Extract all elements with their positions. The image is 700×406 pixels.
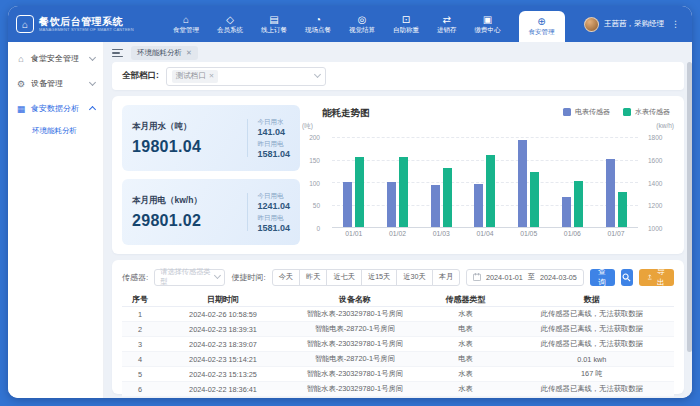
cell-datetime: 2024-02-23 18:39:31 bbox=[158, 325, 288, 334]
cell-datetime: 2024-02-23 18:39:07 bbox=[158, 340, 288, 349]
energy-trend-chart: 能耗走势图 电表传感器 水表传感器 (吨) (kw/h) bbox=[300, 105, 674, 245]
tab-label: 环境能耗分析 bbox=[137, 48, 182, 58]
nav-item-onsite-order[interactable]: ◔ 现场点餐 bbox=[305, 6, 331, 42]
water-bar bbox=[399, 157, 408, 227]
cell-seq: 1 bbox=[122, 310, 158, 319]
y-tick: 150 bbox=[309, 156, 320, 163]
water-bar bbox=[530, 172, 539, 227]
bars: 01/01 01/02 01/03 bbox=[332, 137, 638, 227]
quick-yesterday-button[interactable]: 昨天 bbox=[299, 269, 327, 286]
collapse-menu-icon[interactable] bbox=[112, 49, 123, 58]
nav-item-inventory[interactable]: ⇄ 进销存 bbox=[437, 6, 457, 42]
bar-group: 01/07 bbox=[606, 137, 627, 227]
date-range-picker[interactable]: 2024-01-01 至 2024-03-05 bbox=[466, 269, 584, 286]
y-tick: 100 bbox=[309, 179, 320, 186]
col-device-name: 设备名称 bbox=[288, 294, 422, 305]
date-end[interactable]: 2024-03-05 bbox=[540, 273, 577, 282]
user-menu[interactable]: 王茜茜，采购经理 ⋮ bbox=[584, 17, 682, 32]
electric-stat-value: 29801.02 bbox=[132, 212, 245, 230]
cell-datetime: 2024-02-23 15:14:21 bbox=[158, 355, 288, 364]
bar-group: 01/06 bbox=[562, 137, 583, 227]
electric-bar bbox=[606, 159, 615, 227]
plot-area: 01/01 01/02 01/03 bbox=[332, 137, 638, 228]
sensor-data-card: 传感器: 请选择传感器类型 便捷时间: 今天 昨天 近七天 近15天 近30天 … bbox=[112, 260, 684, 394]
col-sensor-type: 传感器类型 bbox=[422, 294, 510, 305]
yesterday-label: 昨日用电 bbox=[257, 214, 290, 223]
self-weigh-icon: ⊡ bbox=[402, 14, 410, 25]
search-icon-button[interactable] bbox=[621, 269, 634, 286]
right-axis-ticks: 1800 1600 1400 1200 1000 bbox=[642, 137, 674, 228]
cell-data: 此传感器已离线，无法获取数据 bbox=[510, 339, 674, 349]
y-tick: 50 bbox=[313, 202, 320, 209]
cell-sensor-type: 水表 bbox=[422, 369, 510, 379]
sidebar-item-env-energy-analysis[interactable]: 环境能耗分析 bbox=[8, 121, 103, 141]
sensor-type-select[interactable]: 请选择传感器类型 bbox=[154, 269, 225, 286]
nav-item-food-safety-active[interactable]: ⊕ 食安管理 bbox=[519, 11, 565, 42]
quick-7days-button[interactable]: 近七天 bbox=[326, 269, 362, 286]
chevron-down-icon bbox=[314, 71, 321, 78]
export-button[interactable]: 导出 bbox=[639, 269, 674, 286]
col-data: 数据 bbox=[510, 294, 674, 305]
nav-label: 现场点餐 bbox=[305, 26, 331, 35]
cell-device-name: 智能电表-28720-1号房间 bbox=[288, 354, 422, 364]
nav-item-self-weigh[interactable]: ⊡ 自助称重 bbox=[393, 6, 419, 42]
nav-items: ⌂ 食堂管理 ◇ 会员系统 ▤ 线上订餐 ◔ 现场点餐 ◎ 视觉结算 ⊡ 自助称… bbox=[164, 6, 578, 42]
x-tick: 01/06 bbox=[564, 230, 581, 237]
x-tick: 01/07 bbox=[608, 230, 625, 237]
nav-label: 会员系统 bbox=[217, 26, 243, 35]
water-bar bbox=[486, 155, 495, 227]
electric-bar bbox=[518, 140, 527, 227]
table-header: 序号 日期时间 设备名称 传感器类型 数据 bbox=[122, 292, 674, 307]
quick-15days-button[interactable]: 近15天 bbox=[361, 269, 397, 286]
chevron-down-icon bbox=[89, 79, 96, 86]
search-button[interactable]: 查询 bbox=[590, 269, 615, 286]
sidebar-item-canteen-safety-mgmt[interactable]: ⌂ 食堂安全管理 bbox=[8, 46, 103, 71]
cell-sensor-type: 水表 bbox=[422, 384, 510, 394]
nav-item-member-system[interactable]: ◇ 会员系统 bbox=[217, 6, 243, 42]
sidebar-item-food-safety-analysis[interactable]: ▦ 食安数据分析 bbox=[8, 96, 103, 121]
legend-electric-sensor[interactable]: 电表传感器 bbox=[563, 107, 610, 117]
tag-close-icon[interactable]: ✕ bbox=[209, 72, 214, 80]
tab-env-energy-analysis[interactable]: 环境能耗分析 ✕ bbox=[131, 46, 198, 60]
vertical-scrollbar bbox=[687, 62, 692, 392]
electric-stat-card: 本月用电（kw/h） 29801.02 今日用电 1241.04 昨日用电 bbox=[122, 179, 300, 245]
today-water-value: 141.04 bbox=[257, 127, 290, 137]
cell-device-name: 智能电表-28720-1号房间 bbox=[288, 324, 422, 334]
cell-seq: 3 bbox=[122, 340, 158, 349]
nav-item-payment-center[interactable]: ▣ 缴费中心 bbox=[475, 6, 501, 42]
x-tick: 01/02 bbox=[389, 230, 406, 237]
sidebar-item-device-mgmt[interactable]: ⚙ 设备管理 bbox=[8, 71, 103, 96]
cell-sensor-type: 电表 bbox=[422, 324, 510, 334]
cell-device-name: 智能水表-230329780-1号房间 bbox=[288, 369, 422, 379]
vision-checkout-icon: ◎ bbox=[358, 14, 367, 25]
electric-series-swatch bbox=[563, 108, 571, 116]
nav-item-canteen-mgmt[interactable]: ⌂ 食堂管理 bbox=[173, 6, 199, 42]
nav-label: 视觉结算 bbox=[349, 26, 375, 35]
nav-label: 食安管理 bbox=[529, 28, 555, 37]
top-nav: ⌂ 餐饮后台管理系统 MANAGEMENT SYSTEM OF SMART CA… bbox=[8, 6, 692, 42]
table-row: 5 2024-02-23 15:13:25 智能水表-230329780-1号房… bbox=[122, 367, 674, 382]
stall-select[interactable]: 测试档口 ✕ bbox=[166, 67, 326, 86]
user-avatar bbox=[584, 17, 599, 32]
nav-item-vision-checkout[interactable]: ◎ 视觉结算 bbox=[349, 6, 375, 42]
nav-label: 线上订餐 bbox=[261, 26, 287, 35]
stall-filter-bar: 全部档口: 测试档口 ✕ bbox=[112, 62, 684, 90]
legend-water-sensor[interactable]: 水表传感器 bbox=[623, 107, 670, 117]
quick-today-button[interactable]: 今天 bbox=[272, 269, 300, 286]
quick-month-button[interactable]: 本月 bbox=[432, 269, 460, 286]
quick-30days-button[interactable]: 近30天 bbox=[396, 269, 432, 286]
scrollbar-thumb[interactable] bbox=[687, 62, 692, 352]
y-tick: 1400 bbox=[648, 179, 662, 186]
legend-label: 电表传感器 bbox=[575, 107, 610, 117]
tab-close-icon[interactable]: ✕ bbox=[186, 49, 192, 57]
export-icon bbox=[647, 273, 652, 281]
date-start[interactable]: 2024-01-01 bbox=[486, 273, 523, 282]
cell-sensor-type: 电表 bbox=[422, 354, 510, 364]
more-options-icon[interactable]: ⋮ bbox=[669, 19, 682, 29]
chart-title: 能耗走势图 bbox=[322, 107, 370, 120]
cell-seq: 5 bbox=[122, 370, 158, 379]
yesterday-value: 1581.04 bbox=[257, 223, 290, 233]
sensor-data-table: 序号 日期时间 设备名称 传感器类型 数据 1 2024-02-26 10:58… bbox=[122, 292, 674, 397]
device-mgmt-icon: ⚙ bbox=[16, 79, 26, 89]
nav-item-online-order[interactable]: ▤ 线上订餐 bbox=[261, 6, 287, 42]
